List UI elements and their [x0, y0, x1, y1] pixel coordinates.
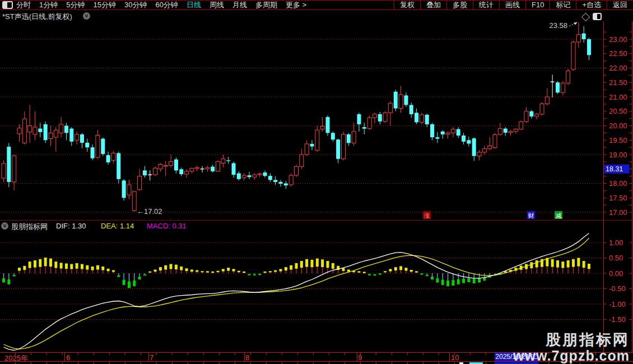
svg-text:22.50: 22.50 — [609, 49, 627, 58]
svg-text:-1.00: -1.00 — [609, 300, 626, 309]
menu-item-timeframe[interactable]: 60分钟 — [155, 0, 178, 10]
app-window: 分时1分钟5分钟15分钟30分钟60分钟日线周线月线多周期更多 > 复权叠加多股… — [0, 0, 633, 364]
month-separator — [64, 353, 65, 361]
title-row: *ST声迅(日线,前复权) ˅ — [0, 11, 633, 21]
time-axis-label: 6 — [66, 353, 70, 362]
menu-item-timeframe[interactable]: 月线 — [232, 0, 247, 10]
menu-item-timeframe[interactable]: 1分钟 — [39, 0, 58, 10]
time-axis-label: 10 — [451, 353, 459, 362]
svg-text:21.00: 21.00 — [609, 93, 627, 101]
svg-text:20.50: 20.50 — [609, 107, 627, 115]
svg-text:1.00: 1.00 — [609, 239, 623, 247]
menu-item-tool[interactable]: 统计 — [473, 1, 499, 10]
menu-item-tool[interactable]: 标记 — [550, 1, 576, 10]
svg-text:17.50: 17.50 — [609, 194, 627, 202]
svg-text:财: 财 — [528, 212, 534, 219]
tools-menu: 复权叠加多股统计画线F10标记+自选返回 — [394, 1, 633, 10]
menu-item-tool[interactable]: 画线 — [499, 1, 525, 10]
svg-text:0.00: 0.00 — [609, 269, 623, 278]
menu-item-tool[interactable]: 返回 — [607, 1, 633, 10]
menu-item-timeframe[interactable]: 15分钟 — [93, 0, 115, 10]
watermark: 股朋指标网 www.7gpzb.com — [513, 332, 630, 363]
diamond-icon[interactable] — [581, 13, 590, 22]
svg-text:-0.50: -0.50 — [609, 284, 626, 293]
menu-item-timeframe[interactable]: 多周期 — [255, 0, 277, 10]
dif-value: DIF: 1.30 — [56, 222, 86, 230]
menu-item-timeframe[interactable]: 更多 > — [286, 0, 306, 10]
month-separator — [148, 353, 149, 361]
menu-item-tool[interactable]: +自选 — [576, 1, 607, 10]
menu-item-tool[interactable]: 复权 — [394, 1, 420, 10]
menu-bar: 分时1分钟5分钟15分钟30分钟60分钟日线周线月线多周期更多 > 复权叠加多股… — [0, 0, 633, 10]
svg-text:23.58: 23.58 — [549, 21, 567, 30]
svg-text:22.00: 22.00 — [609, 64, 627, 72]
menu-item-timeframe[interactable]: 日线 — [187, 0, 201, 10]
svg-text:0.50: 0.50 — [609, 254, 623, 262]
time-axis-label: 9 — [358, 353, 362, 362]
svg-text:21.50: 21.50 — [609, 78, 627, 87]
menu-item-tool[interactable]: F10 — [525, 1, 550, 10]
svg-text:20.00: 20.00 — [609, 122, 627, 130]
chevron-down-icon[interactable]: ˅ — [1, 222, 8, 230]
window-split-icon[interactable] — [2, 1, 13, 9]
panel-separator — [0, 220, 633, 221]
watermark-url: www.7gpzb.com — [513, 348, 630, 363]
indicator-source: 股朋指标网 — [11, 222, 48, 232]
dea-value: DEA: 1.14 — [101, 222, 134, 230]
menu-item-tool[interactable]: 叠加 — [420, 1, 446, 10]
page-title: *ST声迅(日线,前复权) — [2, 12, 72, 22]
indicator-header: ˅ 股朋指标网 DIF: 1.30 DEA: 1.14 MACD: 0.31 — [0, 222, 633, 231]
svg-text:-1.50: -1.50 — [609, 315, 626, 324]
svg-text:18.31: 18.31 — [606, 165, 623, 173]
watermark-site-name: 股朋指标网 — [513, 332, 630, 348]
menu-item-timeframe[interactable]: 30分钟 — [124, 0, 147, 10]
svg-text:18.00: 18.00 — [609, 179, 627, 188]
svg-text:减: 减 — [556, 212, 562, 219]
menu-item-timeframe[interactable]: 分时 — [16, 0, 31, 10]
macd-value: MACD: 0.31 — [147, 222, 187, 230]
svg-text:涨: 涨 — [424, 212, 430, 219]
svg-text:23.00: 23.00 — [609, 35, 627, 44]
month-separator — [357, 353, 357, 361]
menu-item-timeframe[interactable]: 周线 — [210, 0, 224, 10]
split-square-icon[interactable] — [593, 13, 602, 20]
chevron-down-icon[interactable]: ˅ — [83, 12, 90, 20]
timeframe-menu: 分时1分钟5分钟15分钟30分钟60分钟日线周线月线多周期更多 > — [16, 0, 306, 10]
svg-text:19.50: 19.50 — [609, 136, 627, 144]
month-separator — [244, 353, 245, 361]
time-axis-label: 8 — [245, 353, 249, 362]
menu-item-tool[interactable]: 多股 — [446, 1, 473, 10]
svg-text:17.00: 17.00 — [609, 208, 627, 217]
svg-text:←17.02: ←17.02 — [137, 207, 162, 216]
svg-text:19.00: 19.00 — [609, 151, 627, 159]
month-separator — [449, 353, 450, 361]
time-axis-label: 7 — [150, 353, 153, 362]
menu-item-timeframe[interactable]: 5分钟 — [66, 0, 85, 10]
candlestick-chart[interactable]: 23.0022.5022.0021.5021.0020.5020.0019.50… — [0, 21, 633, 220]
